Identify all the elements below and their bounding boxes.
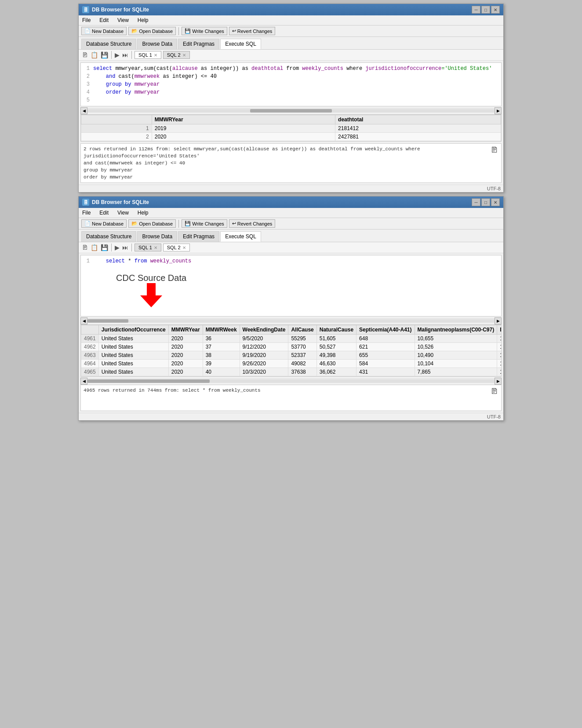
close-sql-tab-1-1[interactable]: ✕ [154,53,157,58]
status-bar-2: 4965 rows returned in 744ms from: select… [80,385,502,411]
sql-editor-1[interactable]: 1 select mmwryear,sum(cast(allcause as i… [80,62,502,106]
window-title-1: DB Browser for SQLite [92,7,149,13]
open-database-btn-1[interactable]: 📂 Open Database [128,27,176,35]
toolbar-1: 📄 New Database 📂 Open Database 💾 Write C… [79,25,503,37]
sql-toolbar-2: 🖹 📋 💾 ▶ ⏭ SQL 1 ✕ SQL 2 ✕ [79,242,503,253]
editor-line-4: 4 order by mmwryear [83,88,499,96]
menu-file-2[interactable]: File [80,209,92,217]
menu-help-1[interactable]: Help [136,16,150,24]
cdc-arrow-icon [116,283,186,312]
title-bar-2: 🗄 DB Browser for SQLite ─ □ ✕ [79,197,503,208]
write-changes-btn-1[interactable]: 💾 Write Changes [182,27,227,35]
table-row: 4961 United States 2020 36 9/5/2020 5529… [81,335,502,343]
menu-bar-1: File Edit View Help [79,15,503,25]
results-table-2: JurisdictionofOccurrence MMWRYear MMWRWe… [80,324,502,377]
tab-db-structure-2[interactable]: Database Structure [81,231,136,242]
menu-edit-1[interactable]: Edit [98,16,110,24]
results-table-element-2: JurisdictionofOccurrence MMWRYear MMWRWe… [81,325,502,376]
row-num: 2 [81,133,152,141]
sql-icon-btn-1a[interactable]: 🖹 [81,51,88,59]
run-btn-1[interactable]: ▶ [114,51,120,59]
sql-icon-btn-2c[interactable]: 💾 [100,244,109,251]
sql-tab-1-1[interactable]: SQL 1 ✕ [135,51,161,59]
col-weekending: WeekEndingDate [240,325,288,335]
maximize-btn-2[interactable]: □ [481,198,490,206]
title-bar-left-1: 🗄 DB Browser for SQLite [82,6,149,13]
sep-1c [131,51,132,59]
run-btn-2[interactable]: ▶ [114,244,120,251]
results-table-1: MMWRYear deathtotal 1 2019 2181412 2 202… [80,114,502,142]
new-database-btn-2[interactable]: 📄 New Database [81,219,127,228]
sql-icon-btn-2a[interactable]: 🖹 [81,244,88,251]
run-line-btn-2[interactable]: ⏭ [122,244,129,251]
revert-icon-2: ↩ [232,221,236,226]
minimize-btn-1[interactable]: ─ [472,6,480,14]
utf-bar-2: UTF-8 [79,413,503,420]
status-icon-2: 🖹 [491,387,498,396]
sep-1b [111,51,112,59]
table-scroll-track-2[interactable] [87,379,495,383]
sql-tab-1-2[interactable]: SQL 2 ✕ [163,51,190,59]
col-mmwryear-1: MMWRYear [152,115,335,124]
table-scroll-left-2[interactable]: ◀ [80,378,87,385]
close-sql-tab-1-2[interactable]: ✕ [182,53,186,58]
scroll-right-2[interactable]: ▶ [495,317,502,324]
sql-editor-2[interactable]: 1 select * from weekly_counts CDC Source… [80,255,502,317]
sql-tab-2-2[interactable]: SQL 2 ✕ [163,244,190,251]
tab-edit-pragmas-1[interactable]: Edit Pragmas [178,39,219,49]
table-scroll-right-2[interactable]: ▶ [495,378,502,385]
close-btn-2[interactable]: ✕ [491,198,500,206]
sql-icon-btn-2b[interactable]: 📋 [90,244,98,251]
scroll-left-2[interactable]: ◀ [80,317,87,324]
sep-1 [178,27,179,35]
scroll-track-2[interactable] [87,319,495,323]
col-allcause: AllCause [288,325,316,335]
results-header-1: MMWRYear deathtotal [81,115,501,124]
sql-icon-btn-1c[interactable]: 💾 [100,51,109,59]
table-scrollbar-2[interactable]: ◀ ▶ [80,379,502,383]
col-rownum-1 [81,115,152,124]
tab-execute-sql-1[interactable]: Execute SQL [220,39,261,49]
revert-changes-btn-2[interactable]: ↩ Revert Changes [229,219,276,228]
table-row: 1 2019 2181412 [81,124,501,133]
results-table-element-1: MMWRYear deathtotal 1 2019 2181412 2 202… [81,115,501,141]
table-row: 4962 United States 2020 37 9/12/2020 537… [81,343,502,351]
menu-edit-2[interactable]: Edit [98,209,110,217]
menu-help-2[interactable]: Help [136,209,150,217]
title-bar-1: 🗄 DB Browser for SQLite ─ □ ✕ [79,4,503,15]
minimize-btn-2[interactable]: ─ [472,198,480,206]
editor-line-2-1: 1 select * from weekly_counts [83,257,499,265]
col-naturalcause: NaturalCause [316,325,356,335]
run-line-btn-1[interactable]: ⏭ [122,51,129,59]
tab-browse-data-1[interactable]: Browse Data [137,39,177,49]
close-sql-tab-2-1[interactable]: ✕ [154,245,157,250]
open-database-btn-2[interactable]: 📂 Open Database [128,219,176,228]
svg-marker-0 [140,283,162,307]
maximize-btn-1[interactable]: □ [481,6,490,14]
write-changes-btn-2[interactable]: 💾 Write Changes [182,219,227,228]
editor-scrollbar-1[interactable]: ◀ ▶ [80,108,502,113]
cell-total: 2181412 [335,124,501,133]
sql-tab-2-1[interactable]: SQL 1 ✕ [135,244,161,251]
scroll-track-1[interactable] [87,109,495,113]
tab-edit-pragmas-2[interactable]: Edit Pragmas [178,231,219,242]
new-database-btn-1[interactable]: 📄 New Database [81,27,127,35]
scroll-left-1[interactable]: ◀ [80,107,87,114]
close-btn-1[interactable]: ✕ [491,6,500,14]
revert-changes-btn-1[interactable]: ↩ Revert Changes [229,27,276,35]
cell-year: 2019 [152,124,335,133]
col-septicemia: Septicemia(A40-A41) [356,325,415,335]
tab-browse-data-2[interactable]: Browse Data [137,231,177,242]
tab-execute-sql-2[interactable]: Execute SQL [220,231,261,242]
menu-view-1[interactable]: View [116,16,131,24]
close-sql-tab-2-2[interactable]: ✕ [182,245,186,250]
sql-icon-btn-1b[interactable]: 📋 [90,51,98,59]
open-db-icon-1: 📂 [131,28,138,34]
menu-view-2[interactable]: View [116,209,131,217]
menu-file-1[interactable]: File [80,16,92,24]
tab-db-structure-1[interactable]: Database Structure [81,39,136,49]
table-row: 4965 United States 2020 40 10/3/2020 376… [81,368,502,376]
editor-scrollbar-2[interactable]: ◀ ▶ [80,318,502,323]
scroll-right-1[interactable]: ▶ [495,107,502,114]
col-jurisdiction: JurisdictionofOccurrence [98,325,168,335]
